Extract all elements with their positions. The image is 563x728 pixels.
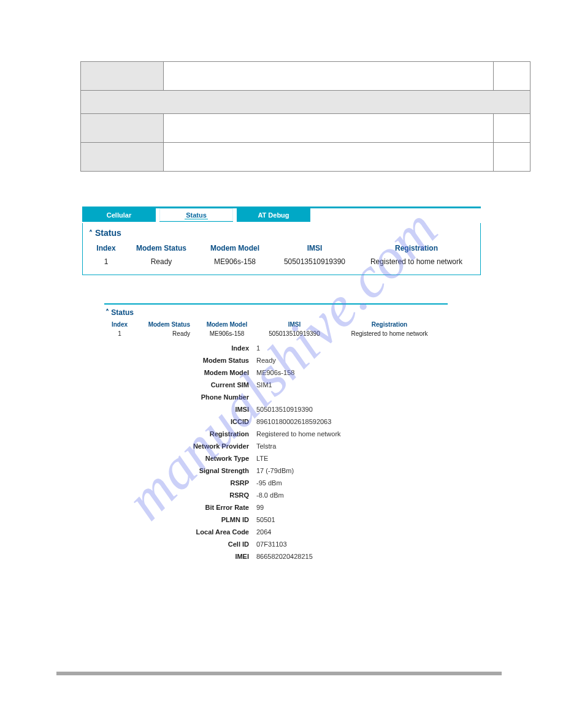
- detail-row: RSRP-95 dBm: [104, 477, 448, 489]
- detail-label: Local Area Code: [104, 528, 256, 536]
- col-registration: Registration: [358, 241, 475, 255]
- col-imsi: IMSI: [258, 320, 331, 329]
- detail-label: Modem Model: [104, 369, 256, 376]
- detail-value: SIM1: [256, 381, 448, 389]
- tab-status[interactable]: Status: [159, 208, 233, 222]
- detail-label: RSRP: [104, 479, 256, 487]
- detail-value: LTE: [256, 455, 448, 462]
- detail-value: 1: [256, 344, 448, 352]
- detail-row: RegistrationRegistered to home network: [104, 428, 448, 440]
- detail-value: 17 (-79dBm): [256, 467, 448, 474]
- cell-registration: Registered to home network: [358, 255, 475, 268]
- detail-row: Modem StatusReady: [104, 354, 448, 366]
- detail-value: Registered to home network: [256, 430, 448, 438]
- footer-divider: [56, 672, 502, 675]
- detail-label: Registration: [104, 430, 256, 438]
- detail-row: Cell ID07F31103: [104, 538, 448, 550]
- detail-row: Bit Error Rate99: [104, 501, 448, 514]
- status-summary-table-2: Index Modem Status Modem Model IMSI Regi…: [104, 320, 448, 338]
- col-index: Index: [104, 320, 135, 329]
- detail-value: 89610180002618592063: [256, 418, 448, 425]
- detail-value: 2064: [256, 528, 448, 536]
- detail-row: RSRQ-8.0 dBm: [104, 489, 448, 501]
- cell-index: 1: [88, 255, 124, 268]
- detail-list: Index1Modem StatusReadyModem ModelME906s…: [104, 342, 448, 563]
- table-header-row: Index Modem Status Modem Model IMSI Regi…: [88, 241, 475, 255]
- detail-label: Current SIM: [104, 381, 256, 389]
- detail-row: Network ProviderTelstra: [104, 440, 448, 452]
- tab-at-debug[interactable]: AT Debug: [237, 208, 310, 222]
- detail-label: Network Provider: [104, 442, 256, 450]
- cell-modem-status: Ready: [135, 329, 196, 338]
- status-section-header[interactable]: ˄Status: [88, 227, 475, 241]
- detail-label: IMEI: [104, 553, 256, 560]
- detail-value: ME906s-158: [256, 369, 448, 376]
- table-row[interactable]: 1 Ready ME906s-158 505013510919390 Regis…: [88, 255, 475, 268]
- col-modem-status: Modem Status: [135, 320, 196, 329]
- detail-value: -8.0 dBm: [256, 491, 448, 499]
- detail-value: 50501: [256, 516, 448, 523]
- col-modem-model: Modem Model: [198, 241, 272, 255]
- detail-label: IMSI: [104, 406, 256, 413]
- detail-row: IMEI866582020428215: [104, 550, 448, 563]
- detail-row: Current SIMSIM1: [104, 379, 448, 391]
- detail-label: Index: [104, 344, 256, 352]
- cell-registration: Registered to home network: [331, 329, 448, 338]
- table-row[interactable]: 1 Ready ME906s-158 505013510919390 Regis…: [104, 329, 448, 338]
- detail-value: 99: [256, 504, 448, 511]
- status-detail-panel: ˄ Status Index Modem Status Modem Model …: [104, 303, 448, 563]
- doc-table-placeholder: [80, 61, 530, 172]
- panel2-top-border: [104, 303, 448, 305]
- detail-label: Bit Error Rate: [104, 504, 256, 511]
- cell-imsi: 505013510919390: [272, 255, 358, 268]
- detail-row: PLMN ID50501: [104, 514, 448, 526]
- detail-value: 07F31103: [256, 540, 448, 548]
- detail-label: Cell ID: [104, 540, 256, 548]
- detail-row: Network TypeLTE: [104, 452, 448, 464]
- status-title2-text: Status: [111, 308, 134, 317]
- detail-label: PLMN ID: [104, 516, 256, 523]
- status-panel: Cellular Status AT Debug ˄Status Index M…: [82, 207, 481, 275]
- detail-label: Network Type: [104, 455, 256, 462]
- col-index: Index: [88, 241, 124, 255]
- detail-row: Local Area Code2064: [104, 526, 448, 538]
- caret-up-icon: ˄: [89, 229, 93, 238]
- cell-imsi: 505013510919390: [258, 329, 331, 338]
- detail-label: Modem Status: [104, 357, 256, 364]
- status-section-header-2[interactable]: ˄ Status: [104, 306, 448, 320]
- col-registration: Registration: [331, 320, 448, 329]
- tab-status-label: Status: [185, 211, 208, 219]
- detail-value: 505013510919390: [256, 406, 448, 413]
- detail-label: RSRQ: [104, 491, 256, 499]
- cell-index: 1: [104, 329, 135, 338]
- tab-cellular[interactable]: Cellular: [82, 208, 156, 222]
- tab-row: Cellular Status AT Debug: [82, 208, 481, 222]
- cell-modem-status: Ready: [124, 255, 198, 268]
- detail-row: ICCID89610180002618592063: [104, 415, 448, 428]
- col-modem-status: Modem Status: [124, 241, 198, 255]
- detail-row: Index1: [104, 342, 448, 354]
- table-header-row: Index Modem Status Modem Model IMSI Regi…: [104, 320, 448, 329]
- cell-modem-model: ME906s-158: [198, 255, 272, 268]
- detail-value: 866582020428215: [256, 553, 448, 560]
- status-summary-table: Index Modem Status Modem Model IMSI Regi…: [88, 241, 475, 268]
- detail-value: -95 dBm: [256, 479, 448, 487]
- detail-value: [256, 393, 448, 401]
- detail-label: ICCID: [104, 418, 256, 425]
- cell-modem-model: ME906s-158: [196, 329, 258, 338]
- status-title-text: Status: [95, 228, 121, 238]
- detail-row: Modem ModelME906s-158: [104, 366, 448, 379]
- detail-value: Ready: [256, 357, 448, 364]
- caret-up-icon: ˄: [105, 308, 111, 317]
- status-box: ˄Status Index Modem Status Modem Model I…: [82, 223, 481, 275]
- detail-row: Signal Strength17 (-79dBm): [104, 464, 448, 477]
- col-modem-model: Modem Model: [196, 320, 258, 329]
- detail-value: Telstra: [256, 442, 448, 450]
- detail-label: Signal Strength: [104, 467, 256, 474]
- detail-label: Phone Number: [104, 393, 256, 401]
- detail-row: IMSI505013510919390: [104, 403, 448, 415]
- detail-row: Phone Number: [104, 391, 448, 403]
- col-imsi: IMSI: [272, 241, 358, 255]
